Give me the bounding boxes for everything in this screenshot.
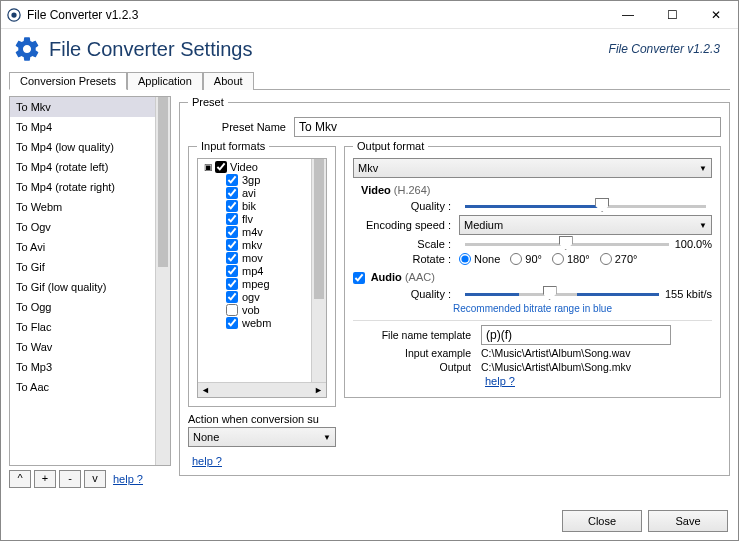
fmt-label: bik xyxy=(242,200,256,212)
input-formats-tree[interactable]: ▣ Video 3gp avi bik flv m4v mkv xyxy=(197,158,327,398)
tab-about[interactable]: About xyxy=(203,72,254,90)
rotate-90-radio[interactable] xyxy=(510,253,522,265)
fmt-3gp-checkbox[interactable] xyxy=(226,174,238,186)
bitrate-note: Recommended bitrate range in blue xyxy=(353,303,712,314)
preset-item[interactable]: To Gif xyxy=(10,257,155,277)
fmt-mpeg-checkbox[interactable] xyxy=(226,278,238,290)
svg-point-1 xyxy=(11,12,16,17)
chevron-down-icon: ▼ xyxy=(699,221,707,230)
help-link[interactable]: help ? xyxy=(113,473,143,485)
preset-item[interactable]: To Mp3 xyxy=(10,357,155,377)
close-window-button[interactable]: ✕ xyxy=(694,1,738,28)
fmt-label: 3gp xyxy=(242,174,260,186)
fmt-mov-checkbox[interactable] xyxy=(226,252,238,264)
audio-section-label: Audio xyxy=(371,271,402,283)
preset-name-input[interactable] xyxy=(294,117,721,137)
fmt-webm-checkbox[interactable] xyxy=(226,317,238,329)
video-group-label: Video xyxy=(230,161,258,173)
preset-item[interactable]: To Mp4 (rotate right) xyxy=(10,177,155,197)
input-example-value: C:\Music\Artist\Album\Song.wav xyxy=(481,347,630,359)
fmt-label: mp4 xyxy=(242,265,263,277)
tab-conversion-presets[interactable]: Conversion Presets xyxy=(9,72,127,90)
close-button[interactable]: Close xyxy=(562,510,642,532)
rotate-none-radio[interactable] xyxy=(459,253,471,265)
rotate-radio-group: None 90° 180° 270° xyxy=(459,253,637,265)
input-help-link[interactable]: help ? xyxy=(192,455,222,467)
tab-application[interactable]: Application xyxy=(127,72,203,90)
output-format-value: Mkv xyxy=(358,162,699,174)
video-quality-slider[interactable] xyxy=(465,200,706,212)
app-icon xyxy=(7,8,21,22)
filename-template-input[interactable] xyxy=(481,325,671,345)
tree-collapse-icon[interactable]: ▣ xyxy=(204,162,213,172)
fmt-label: avi xyxy=(242,187,256,199)
fmt-mp4-checkbox[interactable] xyxy=(226,265,238,277)
rotate-label: Rotate : xyxy=(353,253,451,265)
tab-bar: Conversion Presets Application About xyxy=(9,71,730,90)
encoding-speed-combo[interactable]: Medium ▼ xyxy=(459,215,712,235)
output-example-label: Output xyxy=(353,361,471,373)
preset-item[interactable]: To Webm xyxy=(10,197,155,217)
move-up-button[interactable]: ^ xyxy=(9,470,31,488)
audio-quality-slider[interactable] xyxy=(465,288,659,300)
encoding-speed-value: Medium xyxy=(464,219,699,231)
rotate-180-radio[interactable] xyxy=(552,253,564,265)
fmt-mkv-checkbox[interactable] xyxy=(226,239,238,251)
output-format-combo[interactable]: Mkv ▼ xyxy=(353,158,712,178)
rotate-option-label: 270° xyxy=(615,253,638,265)
preset-item[interactable]: To Mp4 (rotate left) xyxy=(10,157,155,177)
scale-label: Scale : xyxy=(353,238,451,250)
fmt-ogv-checkbox[interactable] xyxy=(226,291,238,303)
preset-item[interactable]: To Ogv xyxy=(10,217,155,237)
preset-item[interactable]: To Wav xyxy=(10,337,155,357)
preset-item[interactable]: To Aac xyxy=(10,377,155,397)
page-title: File Converter Settings xyxy=(49,38,609,61)
fmt-bik-checkbox[interactable] xyxy=(226,200,238,212)
scale-slider[interactable] xyxy=(465,238,669,250)
window-title: File Converter v1.2.3 xyxy=(27,8,606,22)
preset-item[interactable]: To Flac xyxy=(10,317,155,337)
preset-item[interactable]: To Mp4 xyxy=(10,117,155,137)
preset-item[interactable]: To Mp4 (low quality) xyxy=(10,137,155,157)
fmt-avi-checkbox[interactable] xyxy=(226,187,238,199)
minimize-button[interactable]: — xyxy=(606,1,650,28)
remove-preset-button[interactable]: - xyxy=(59,470,81,488)
output-format-fieldset: Output format Mkv ▼ Video (H.264) Qualit… xyxy=(344,140,721,398)
action-combo-value: None xyxy=(193,431,323,443)
audio-enable-checkbox[interactable] xyxy=(353,272,365,284)
preset-item[interactable]: To Mkv xyxy=(10,97,155,117)
chevron-down-icon: ▼ xyxy=(699,164,707,173)
titlebar: File Converter v1.2.3 — ☐ ✕ xyxy=(1,1,738,29)
fmt-label: mov xyxy=(242,252,263,264)
rotate-option-label: 90° xyxy=(525,253,542,265)
preset-item[interactable]: To Avi xyxy=(10,237,155,257)
tree-hscroll[interactable]: ◄► xyxy=(198,382,326,397)
fmt-vob-checkbox[interactable] xyxy=(226,304,238,316)
video-quality-label: Quality : xyxy=(353,200,451,212)
fmt-m4v-checkbox[interactable] xyxy=(226,226,238,238)
action-combo[interactable]: None ▼ xyxy=(188,427,336,447)
move-down-button[interactable]: v xyxy=(84,470,106,488)
preset-item[interactable]: To Gif (low quality) xyxy=(10,277,155,297)
fmt-flv-checkbox[interactable] xyxy=(226,213,238,225)
gear-icon xyxy=(13,35,41,63)
audio-codec-label: (AAC) xyxy=(405,271,435,283)
rotate-270-radio[interactable] xyxy=(600,253,612,265)
maximize-button[interactable]: ☐ xyxy=(650,1,694,28)
output-help-link[interactable]: help ? xyxy=(485,375,515,387)
input-formats-fieldset: Input formats ▣ Video 3gp xyxy=(188,140,336,407)
save-button[interactable]: Save xyxy=(648,510,728,532)
add-preset-button[interactable]: + xyxy=(34,470,56,488)
video-group-checkbox[interactable] xyxy=(215,161,227,173)
audio-quality-value: 155 kbit/s xyxy=(665,288,712,300)
video-section-label: Video xyxy=(361,184,391,196)
fmt-label: ogv xyxy=(242,291,260,303)
preset-scrollbar[interactable] xyxy=(155,97,170,465)
tree-scrollbar[interactable] xyxy=(311,159,326,382)
fmt-label: mkv xyxy=(242,239,262,251)
rotate-option-label: 180° xyxy=(567,253,590,265)
preset-name-label: Preset Name xyxy=(188,121,286,133)
preset-item[interactable]: To Ogg xyxy=(10,297,155,317)
video-codec-label: (H.264) xyxy=(394,184,431,196)
preset-list[interactable]: To Mkv To Mp4 To Mp4 (low quality) To Mp… xyxy=(9,96,171,466)
